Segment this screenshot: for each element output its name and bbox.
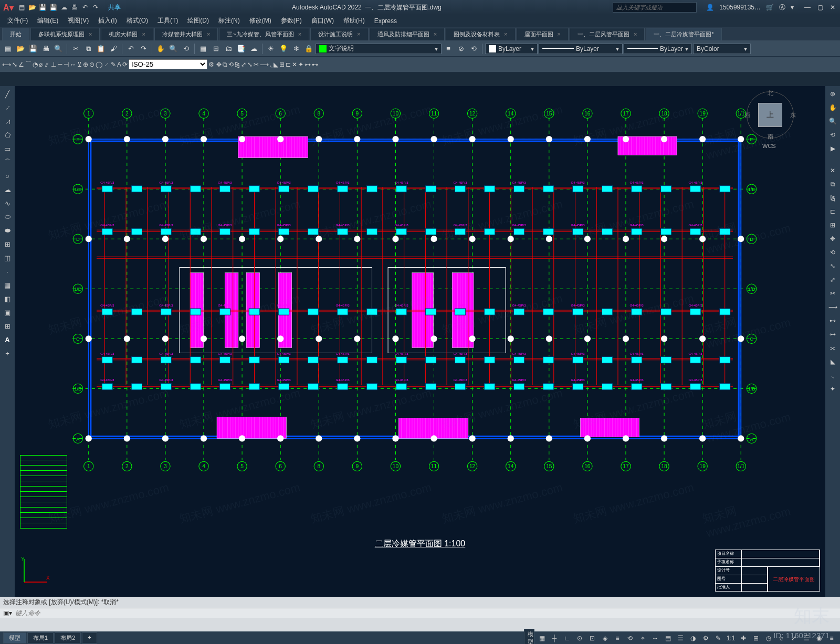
move-icon[interactable]: ✥ [216,61,222,68]
cart-icon[interactable]: 🛒 [766,4,774,11]
dim-arc-icon[interactable]: ⌒ [25,60,32,69]
ellipse-icon[interactable]: ⬭ [2,211,13,223]
close-tab-icon[interactable]: × [207,31,210,37]
menu-item[interactable]: 工具(T) [153,15,182,26]
qat-new-icon[interactable]: ▤ [18,3,26,12]
document-tab[interactable]: 通风及防排烟平面图× [370,28,445,40]
copy-icon[interactable]: ⧉ [223,61,227,68]
close-tab-icon[interactable]: × [634,31,637,37]
revcloud-icon[interactable]: ☁ [2,184,13,195]
matchprop-icon[interactable]: 🖌 [108,43,119,55]
user-icon[interactable]: 👤 [706,4,714,11]
status-toggle-icon[interactable]: ⤢ [789,635,799,642]
menu-item[interactable]: 帮助(H) [339,15,369,26]
layer-dropdown[interactable]: 文字说明 ▾ [316,44,442,54]
layout-tab[interactable]: 布局2 [55,632,81,643]
rotate-icon[interactable]: ⟲ [228,61,234,68]
mtext-icon[interactable]: A [2,334,13,345]
status-toggle-icon[interactable]: ⌖ [637,635,648,642]
status-toggle-icon[interactable]: ▦ [537,635,547,642]
layout-tab[interactable]: 模型 [3,632,26,643]
pan-icon[interactable]: ✋ [155,43,166,55]
color-dropdown[interactable]: ByLayer ▾ [485,44,538,54]
navbar-wheel-icon[interactable]: ⊛ [827,88,838,100]
document-tab[interactable]: 三~九冷媒管、风管平面图× [219,28,309,40]
close-tab-icon[interactable]: × [357,31,360,37]
break-at-point-icon[interactable]: ⊷ [827,315,838,326]
status-toggle-icon[interactable]: ↔ [650,635,660,642]
layer-isolate-icon[interactable]: ⊘ [455,43,467,55]
zoom-icon[interactable]: 🔍 [167,43,179,55]
help-search-input[interactable] [613,2,697,13]
close-tab-icon[interactable]: × [504,31,507,37]
insert-block-icon[interactable]: ⊞ [2,238,13,250]
status-toggle-icon[interactable]: ☰ [801,635,812,642]
autodesk-icon[interactable]: Ⓐ [779,3,785,12]
status-toggle-icon[interactable]: ☰ [675,635,686,642]
center-mark-icon[interactable]: ⊙ [89,61,94,68]
close-button[interactable]: ✕ [828,4,837,11]
ellipse-arc-icon[interactable]: ⬬ [2,225,13,236]
status-toggle-icon[interactable]: ◑ [688,635,698,642]
qat-open-icon[interactable]: 📂 [28,3,37,12]
copy-icon[interactable]: ⧉ [827,178,838,190]
explode-icon[interactable]: ✦ [827,383,838,395]
scale-icon[interactable]: ⤡ [827,260,838,272]
offset-icon[interactable]: ⊏ [286,61,291,68]
document-tab[interactable]: 图例及设备材料表× [446,28,515,40]
status-toggle-icon[interactable]: ⚙ [700,635,711,642]
trim-icon[interactable]: ✂ [827,288,838,299]
cut-icon[interactable]: ✂ [70,43,81,55]
dim-space-icon[interactable]: ↔ [70,61,76,68]
polygon-icon[interactable]: ⬠ [2,129,13,141]
menu-item[interactable]: 视图(V) [64,15,93,26]
status-toggle-icon[interactable]: 1:1 [726,635,736,642]
gradient-icon[interactable]: ◧ [2,293,13,304]
status-model-label[interactable]: 模型 [524,629,534,645]
scale-icon[interactable]: ⤡ [247,61,253,68]
menu-item[interactable]: 格式(O) [122,15,152,26]
qat-redo-icon[interactable]: ↷ [91,3,100,12]
polyline-icon[interactable]: ⩘ [2,115,13,127]
close-tab-icon[interactable]: × [558,31,561,37]
extend-icon[interactable]: ⟶ [827,301,838,313]
erase-icon[interactable]: ✕ [292,61,297,68]
close-tab-icon[interactable]: × [142,31,145,37]
navbar-zoom-icon[interactable]: 🔍 [827,115,838,127]
close-tab-icon[interactable]: × [89,31,92,37]
sun-icon[interactable]: ☀ [265,43,277,55]
share-button[interactable]: 共享 [108,3,121,12]
array-icon[interactable]: ⊞ [827,219,838,231]
dimstyle-manager-icon[interactable]: ⚙ [208,61,214,68]
dim-diameter-icon[interactable]: ⌀ [39,61,43,68]
layout-tab[interactable]: + [82,632,97,643]
qat-web-icon[interactable]: ☁ [60,3,68,12]
properties-icon[interactable]: ▦ [197,43,209,55]
open-icon[interactable]: 📂 [15,43,26,55]
model-viewport[interactable]: 上 北 南 西 东 WCS 11223344556688991010111112… [15,86,825,597]
break-icon[interactable]: ⊶ [827,329,838,340]
menu-item[interactable]: 参数(P) [277,15,306,26]
dim-ordinate-icon[interactable]: ⊥ [51,61,56,68]
dim-jog-line-icon[interactable]: ⟋ [103,61,110,68]
minimize-button[interactable]: — [803,4,812,11]
erase-icon[interactable]: ✕ [827,165,838,176]
status-toggle-icon[interactable]: ⟲ [625,635,635,642]
menu-item[interactable]: Express [370,16,401,26]
document-tab[interactable]: 一、二层风管平面图× [570,28,645,40]
maximize-button[interactable]: ▢ [816,4,824,11]
dim-jogged-icon[interactable]: ⫽ [44,61,50,68]
dim-baseline-icon[interactable]: ⊢ [57,61,62,68]
dim-linear-icon[interactable]: ⟷ [2,61,11,68]
dim-aligned-icon[interactable]: ⤡ [12,61,17,68]
mirror-icon[interactable]: ⧎ [827,192,838,204]
qat-undo-icon[interactable]: ↶ [81,3,89,12]
status-toggle-icon[interactable]: ≡ [612,635,623,642]
menu-item[interactable]: 编辑(E) [33,15,62,26]
point-icon[interactable]: · [2,266,13,277]
designcenter-icon[interactable]: ⊞ [210,43,222,55]
line-icon[interactable]: ╱ [2,88,13,100]
break-icon[interactable]: ⊷ [312,61,318,68]
tolerance-icon[interactable]: ⊕ [83,61,88,68]
spline-icon[interactable]: ∿ [2,197,13,209]
